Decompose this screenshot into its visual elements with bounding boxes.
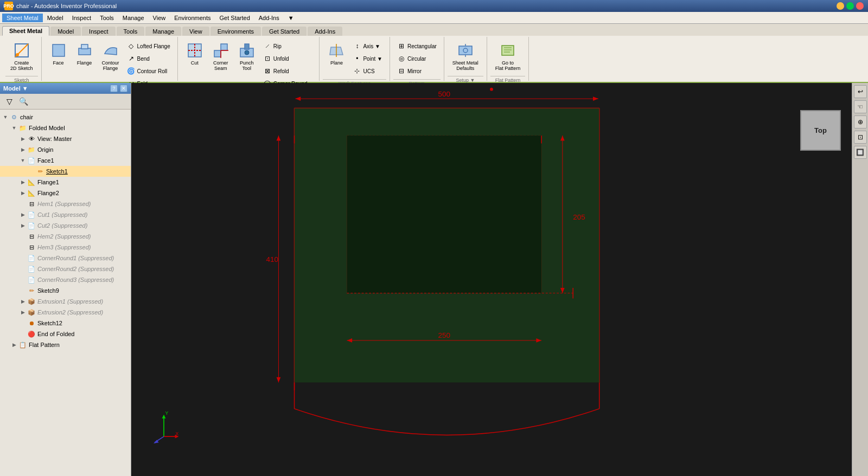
ribbon-tabs: Sheet Metal Model Inspect Tools Manage V… [0,24,868,36]
sheet-metal-defaults-button[interactable]: Sheet MetalDefaults [449,39,482,74]
tree-item-hem1[interactable]: ⊟ Hem1 (Suppressed) [0,198,131,209]
tree-item-end-of-folded[interactable]: 🔴 End of Folded [0,329,131,339]
zoom-button[interactable]: ⊕ [854,115,867,128]
tab-sheet-metal[interactable]: Sheet Metal [2,26,49,36]
viewport[interactable]: 500 250 205 410 [131,83,852,476]
tree-item-extrusion1[interactable]: ▶ 📦 Extrusion1 (Suppressed) [0,296,131,307]
label-flat-pattern: Flat Pattern [29,342,60,348]
tree-item-extrusion2[interactable]: ▶ 📦 Extrusion2 (Suppressed) [0,307,131,318]
tree-item-hem2[interactable]: ⊟ Hem2 (Suppressed) [0,231,131,242]
flange-button[interactable]: Flange [72,39,97,68]
expander-extrusion2[interactable]: ▶ [20,309,26,316]
menu-item-sheet-metal[interactable]: Sheet Metal [2,14,43,22]
expander-flange1[interactable]: ▶ [20,179,26,185]
expander-corner-round1 [20,255,26,261]
tree-item-sketch9[interactable]: ✏ Sketch9 [0,285,131,296]
zoom-all-button[interactable]: ⊡ [854,131,867,144]
menu-item-manage[interactable]: Manage [118,14,149,22]
face-label: Face [53,60,64,66]
close-button[interactable] [856,2,864,10]
menu-item-inspect[interactable]: Inspect [68,14,95,22]
tab-manage[interactable]: Manage [145,27,181,36]
panel-close-button[interactable]: ✕ [120,85,127,92]
corner-seam-button[interactable]: CornerSeam [208,39,233,74]
orbit-button[interactable]: ☜ [854,100,867,113]
circular-button[interactable]: ◎ Circular [394,53,439,65]
tree-item-corner-round3[interactable]: 📄 CornerRound3 (Suppressed) [0,274,131,285]
tab-environments[interactable]: Environments [210,27,261,36]
tree-item-hem3[interactable]: ⊟ Hem3 (Suppressed) [0,242,131,253]
panel-header: Model ▼ ? ✕ [0,83,131,94]
look-at-button[interactable]: 🔲 [854,146,867,159]
ribbon-group-work-features: Plane ↕ Axis ▼ • Point ▼ ⊹ UCS [320,37,390,81]
expander-cut2[interactable]: ▶ [20,222,26,229]
panel-help-button[interactable]: ? [110,85,118,92]
axis-button[interactable]: ↕ Axis ▼ [350,40,385,52]
tab-tools[interactable]: Tools [117,27,145,36]
punch-tool-button[interactable]: PunchTool [234,39,259,74]
expander-extrusion1[interactable]: ▶ [20,298,26,305]
tree-item-folded-model[interactable]: ▼ 📁 Folded Model [0,123,131,133]
rip-button[interactable]: ⟋ Rip [260,40,315,52]
tab-get-started[interactable]: Get Started [262,27,307,36]
face-button[interactable]: Face [46,39,71,68]
create-2d-sketch-button[interactable]: Create2D Sketch [7,39,37,74]
tree-item-cut1[interactable]: ▶ 📄 Cut1 (Suppressed) [0,209,131,220]
contour-roll-button[interactable]: 🌀 Contour Roll [124,65,173,77]
filter-button[interactable]: ▽ [3,95,15,107]
tree-item-corner-round2[interactable]: 📄 CornerRound2 (Suppressed) [0,263,131,274]
pan-button[interactable]: ↩ [854,85,867,98]
tree-item-cut2[interactable]: ▶ 📄 Cut2 (Suppressed) [0,220,131,231]
view-cube-top[interactable]: Top [800,110,841,151]
tree-item-flat-pattern[interactable]: ▶ 📋 Flat Pattern [0,339,131,350]
tree-item-origin[interactable]: ▶ 📁 Origin [0,144,131,155]
rectangular-button[interactable]: ⊞ Rectangular [394,40,439,52]
cut-button[interactable]: Cut [182,39,207,68]
menu-item-▼[interactable]: ▼ [284,14,298,22]
tree-item-chair[interactable]: ▼ ⚙ chair [0,112,131,123]
tree-item-flange2[interactable]: ▶ 📐 Flange2 [0,188,131,198]
menu-item-environments[interactable]: Environments [170,14,215,22]
lofted-flange-button[interactable]: ◇ Lofted Flange [124,40,173,52]
svg-rect-5 [81,44,88,49]
tab-view[interactable]: View [182,27,209,36]
ucs-button[interactable]: ⊹ UCS [350,65,385,77]
expander-flat-pattern[interactable]: ▶ [11,342,17,348]
search-button[interactable]: 🔍 [17,95,29,107]
ribbon-content: Create2D Sketch Sketch Face [0,36,868,82]
tree-item-sketch1[interactable]: ✏ Sketch1 [0,166,131,177]
point-button[interactable]: • Point ▼ [350,53,385,65]
view-cube[interactable]: Top [800,110,841,151]
unfold-icon: ⊡ [263,54,272,63]
tree-item-corner-round1[interactable]: 📄 CornerRound1 (Suppressed) [0,253,131,263]
menu-item-model[interactable]: Model [43,14,68,22]
go-to-flat-pattern-button[interactable]: Go toFlat Pattern [492,39,525,74]
menu-item-add-ins[interactable]: Add-Ins [254,14,284,22]
expander-folded-model[interactable]: ▼ [11,125,17,131]
unfold-button[interactable]: ⊡ Unfold [260,53,315,65]
bend-button[interactable]: ↗ Bend [124,53,173,65]
tab-model[interactable]: Model [50,27,81,36]
maximize-button[interactable] [846,2,854,10]
expander-origin[interactable]: ▶ [20,146,26,153]
expander-chair[interactable]: ▼ [2,114,9,120]
tree-item-flange1[interactable]: ▶ 📐 Flange1 [0,177,131,188]
expander-view-master[interactable]: ▶ [20,136,26,142]
expander-cut1[interactable]: ▶ [20,211,26,218]
tree-item-sketch12[interactable]: ⏺ Sketch12 [0,318,131,329]
plane-button[interactable]: Plane [324,39,349,68]
refold-button[interactable]: ⊠ Refold [260,65,315,77]
menu-item-view[interactable]: View [149,14,170,22]
mirror-button[interactable]: ⊟ Mirror [394,65,439,77]
expander-face1[interactable]: ▼ [20,157,26,164]
tree-item-view-master[interactable]: ▶ 👁 View: Master [0,133,131,144]
contour-flange-button[interactable]: ContourFlange [98,39,123,74]
minimize-button[interactable] [837,2,844,10]
label-corner-round2: CornerRound2 (Suppressed) [37,266,114,272]
menu-item-tools[interactable]: Tools [95,14,118,22]
tab-add-ins[interactable]: Add-Ins [308,27,342,36]
tree-item-face1[interactable]: ▼ 📄 Face1 [0,155,131,166]
expander-flange2[interactable]: ▶ [20,190,26,196]
tab-inspect[interactable]: Inspect [82,27,115,36]
menu-item-get-started[interactable]: Get Started [215,14,254,22]
